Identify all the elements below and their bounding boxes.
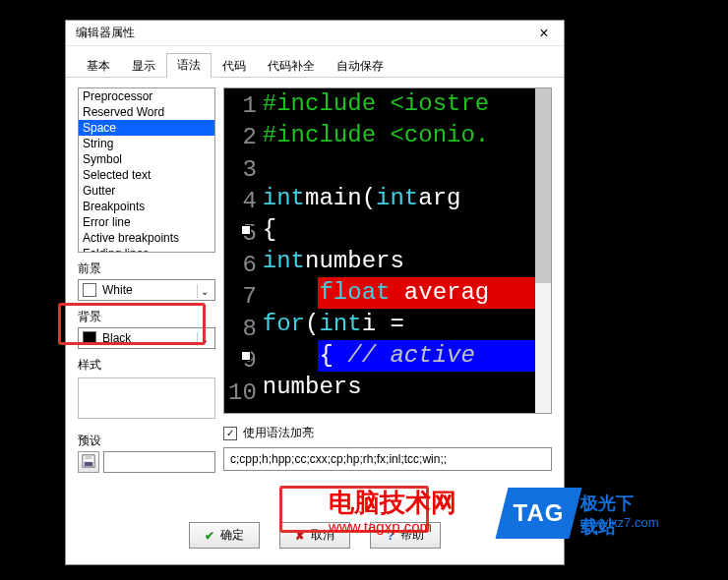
ok-label: 确定 <box>220 527 244 544</box>
code-preview: 1 2 3 4 5 6 7 8 9 10 #include <iostre #i… <box>223 87 552 414</box>
line-gutter: 1 2 3 4 5 6 7 8 9 10 <box>224 88 263 413</box>
list-item[interactable]: Reserved Word <box>79 104 214 120</box>
dialog-buttons: ✔ 确定 ✘ 取消 ? 帮助 <box>66 522 564 549</box>
background-label: 背景 <box>78 309 215 325</box>
list-item[interactable]: Preprocessor <box>79 88 214 104</box>
dialog-body: Preprocessor Reserved Word Space String … <box>66 78 564 419</box>
cancel-button[interactable]: ✘ 取消 <box>279 522 350 549</box>
tab-display[interactable]: 显示 <box>121 54 166 78</box>
left-panel: Preprocessor Reserved Word Space String … <box>78 87 215 419</box>
syntax-config: ✓ 使用语法加亮 <box>223 425 552 473</box>
file-extensions-input[interactable] <box>223 447 552 471</box>
preset-open-button[interactable] <box>78 451 99 473</box>
breakpoint-marker-icon <box>241 351 251 361</box>
disk-icon <box>82 454 95 471</box>
code-line: { // active <box>263 340 551 372</box>
vertical-scrollbar[interactable] <box>535 88 551 413</box>
code-lines: #include <iostre #include <conio. int ma… <box>263 88 551 413</box>
category-list[interactable]: Preprocessor Reserved Word Space String … <box>78 87 215 253</box>
use-syntax-label: 使用语法加亮 <box>243 425 314 441</box>
tab-code[interactable]: 代码 <box>212 54 257 78</box>
tab-completion[interactable]: 代码补全 <box>257 54 326 78</box>
list-item[interactable]: Gutter <box>79 183 214 199</box>
foreground-label: 前景 <box>78 261 215 277</box>
preview-panel: 1 2 3 4 5 6 7 8 9 10 #include <iostre #i… <box>223 87 552 419</box>
preset-label: 预设 <box>78 433 215 449</box>
use-syntax-checkbox[interactable]: ✓ <box>223 427 237 440</box>
tab-basic[interactable]: 基本 <box>76 54 121 78</box>
help-icon: ? <box>387 529 394 543</box>
check-icon: ✔ <box>205 529 214 543</box>
close-icon[interactable]: × <box>534 26 554 41</box>
code-line: { <box>263 214 551 246</box>
ok-button[interactable]: ✔ 确定 <box>189 522 260 549</box>
list-item[interactable]: Symbol <box>79 151 214 167</box>
foreground-color-select[interactable]: White ⌄ <box>78 279 215 301</box>
list-item[interactable]: String <box>79 136 214 151</box>
list-item[interactable]: Breakpoints <box>79 199 214 214</box>
list-item[interactable]: Folding lines <box>79 246 214 253</box>
help-label: 帮助 <box>400 527 424 544</box>
editor-properties-dialog: 编辑器属性 × 基本 显示 语法 代码 代码补全 自动保存 Preprocess… <box>65 20 565 565</box>
style-box[interactable] <box>78 377 215 419</box>
preset-panel: 预设 <box>78 425 215 473</box>
cancel-label: 取消 <box>311 527 334 544</box>
color-swatch-icon <box>83 331 96 345</box>
list-item[interactable]: Selected text <box>79 167 214 183</box>
foreground-color-name: White <box>102 283 133 297</box>
background-color-select[interactable]: Black ⌄ <box>78 327 215 349</box>
style-label: 样式 <box>78 357 215 374</box>
help-button[interactable]: ? 帮助 <box>370 522 441 549</box>
svg-rect-2 <box>86 455 92 459</box>
tab-autosave[interactable]: 自动保存 <box>326 54 394 78</box>
code-line: float averag <box>263 277 551 309</box>
chevron-down-icon: ⌄ <box>197 332 211 346</box>
watermark-site-name: 极光下载站 <box>580 492 645 539</box>
breakpoint-marker-icon <box>241 225 251 235</box>
code-line: int main(int arg <box>263 183 551 214</box>
x-icon: ✘ <box>295 529 305 543</box>
list-item[interactable]: Space <box>79 120 214 136</box>
code-line: int numbers <box>263 246 551 277</box>
preset-input[interactable] <box>103 451 215 473</box>
titlebar: 编辑器属性 × <box>66 21 564 46</box>
code-line: numbers <box>263 372 551 403</box>
code-line: #include <iostre <box>263 88 551 120</box>
list-item[interactable]: Error line <box>79 214 214 230</box>
code-line: for (int i = <box>263 309 551 340</box>
code-line <box>263 151 551 183</box>
chevron-down-icon: ⌄ <box>197 284 211 298</box>
color-swatch-icon <box>83 283 96 297</box>
list-item[interactable]: Active breakpoints <box>79 230 214 246</box>
tab-syntax[interactable]: 语法 <box>166 53 212 78</box>
lower-row: 预设 ✓ 使用语法加亮 <box>66 419 564 473</box>
window-title: 编辑器属性 <box>76 25 135 41</box>
tab-bar: 基本 显示 语法 代码 代码补全 自动保存 <box>66 46 564 78</box>
background-color-name: Black <box>102 331 131 345</box>
scrollbar-thumb[interactable] <box>535 88 551 283</box>
watermark-site-url: www.xz7.com <box>580 515 658 530</box>
code-line: #include <conio. <box>263 120 551 151</box>
svg-rect-1 <box>85 461 93 465</box>
